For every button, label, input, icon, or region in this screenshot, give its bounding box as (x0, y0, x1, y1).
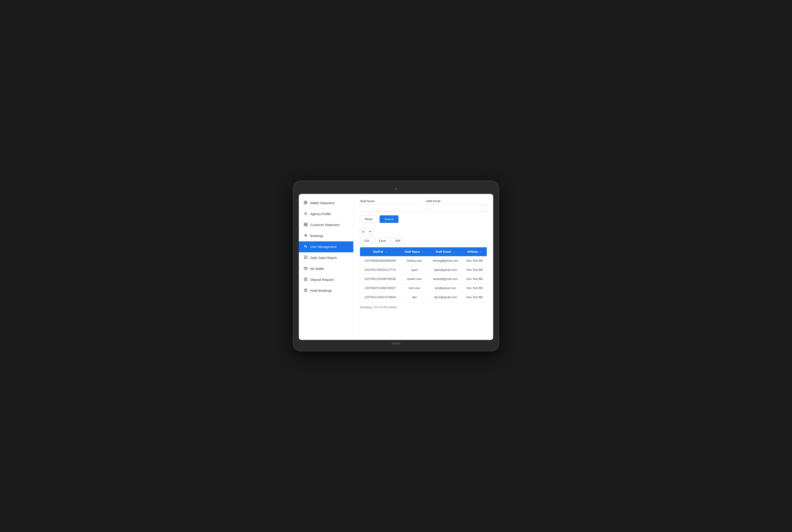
col-staff_name[interactable]: Staff Name ↑↓ (401, 247, 429, 256)
agency-profile-icon (303, 212, 308, 216)
svg-point-1 (305, 212, 306, 214)
wallet-statement-icon (303, 201, 308, 205)
per-page-select-wrap: 5102550100 (360, 228, 373, 235)
per-page-select[interactable]: 5102550100 (360, 228, 373, 235)
cell-affiliate-1: Dev Test BB (462, 265, 487, 274)
sort-icon-staff_email: ↑↓ (453, 250, 455, 253)
table-header-row: Staff Id ↑↓Staff Name ↑↓Staff Email ↑↓Af… (360, 247, 487, 256)
col-affiliate[interactable]: Affiliate ↑↓ (462, 247, 487, 256)
hotel-bookings-icon (303, 288, 308, 293)
svg-rect-2 (304, 223, 306, 224)
customer-statement-icon (303, 223, 308, 227)
table-row: 2207051159207579694abcabc2@gmail.comDev … (360, 293, 487, 302)
data-table: Staff Id ↑↓Staff Name ↑↓Staff Email ↑↓Af… (360, 247, 487, 302)
sidebar-item-bookings[interactable]: Bookings (299, 230, 353, 241)
sidebar-item-agency-profile[interactable]: Agency Profile (299, 209, 353, 220)
cell-staff_id-0: 2207060823549468298 (360, 256, 401, 265)
cell-staff_name-4: abc (401, 293, 429, 302)
bookings-icon (303, 234, 308, 238)
cell-staff_id-2: 2207061103198799166 (360, 274, 401, 284)
svg-rect-4 (304, 225, 306, 226)
cell-staff_email-2: tested@gmail.com (428, 274, 462, 284)
svg-point-6 (305, 245, 306, 246)
staff-name-input[interactable] (360, 204, 421, 212)
search-form-row: Staff Name Staff Email (360, 200, 487, 212)
sidebar-item-label-hotel-bookings: Hotel Bookings (310, 289, 332, 292)
cell-staff_name-1: ayan (401, 265, 429, 274)
sidebar-item-label-customer-statement: Customer Statement (310, 223, 340, 227)
sidebar-item-hotel-bookings[interactable]: Hotel Bookings (299, 285, 353, 296)
sidebar-item-wallet-statement[interactable]: Wallet Statement (299, 197, 353, 209)
cell-staff_id-1: 2207051156232117772 (360, 265, 401, 274)
screen: Wallet StatementAgency ProfileCustomer S… (299, 194, 493, 340)
svg-rect-5 (306, 225, 307, 226)
export-excel-button[interactable]: Excel (375, 238, 390, 244)
staff-name-label: Staff Name (360, 200, 421, 203)
staff-email-group: Staff Email (426, 200, 487, 212)
export-buttons-row: CSVExcelPDF (360, 238, 487, 244)
staff-name-group: Staff Name (360, 200, 421, 212)
table-row: 2207061103198799166tested usertested@gma… (360, 274, 487, 284)
main-content: Staff Name Staff Email Reset Search 5102… (353, 194, 493, 340)
cell-staff_email-0: testing@gmail.com (428, 256, 462, 265)
reset-button[interactable]: Reset (360, 215, 377, 223)
export-pdf-button[interactable]: PDF (391, 238, 405, 244)
sidebar-item-deposit-request[interactable]: Deposit Request (299, 274, 353, 285)
svg-rect-7 (304, 256, 307, 259)
cell-staff_id-4: 2207051159207579694 (360, 293, 401, 302)
sidebar-item-label-bookings: Bookings (310, 234, 324, 238)
sort-icon-staff_name: ↑↓ (422, 250, 424, 253)
col-staff_email[interactable]: Staff Email ↑↓ (428, 247, 462, 256)
sidebar-item-label-daily-sales-report: Daily Sales Report (310, 256, 337, 260)
sidebar-item-label-wallet-statement: Wallet Statement (310, 201, 334, 205)
cell-staff_id-3: 2207060751066158027 (360, 284, 401, 293)
cell-staff_email-3: test@gmail.com (428, 284, 462, 293)
btn-row: Reset Search (360, 215, 487, 223)
export-csv-button[interactable]: CSV (360, 238, 373, 244)
sidebar-item-label-deposit-request: Deposit Request (310, 278, 334, 282)
deposit-request-icon (303, 278, 308, 282)
my-wallet-icon (303, 266, 308, 271)
sidebar-item-daily-sales-report[interactable]: Daily Sales Report (299, 252, 353, 263)
table-head: Staff Id ↑↓Staff Name ↑↓Staff Email ↑↓Af… (360, 247, 487, 256)
svg-point-9 (306, 268, 307, 269)
device-camera (394, 188, 398, 190)
sidebar-item-label-agency-profile: Agency Profile (310, 212, 331, 216)
pagination-info: Showing 1 to 5 of 63 entries (360, 305, 487, 309)
sidebar-item-label-user-management: User Management (310, 245, 336, 249)
sidebar-item-user-management[interactable]: User Management (299, 241, 353, 252)
device-home-button (391, 343, 401, 344)
cell-staff_email-1: ayan@gmail.com (428, 265, 462, 274)
table-row: 2207051156232117772ayanayan@gmail.comDev… (360, 265, 487, 274)
sort-icon-staff_id: ↑↓ (385, 250, 387, 253)
cell-affiliate-4: Dev Test BB (462, 293, 487, 302)
sidebar-item-my-wallet[interactable]: My Wallet (299, 263, 353, 274)
cell-affiliate-3: Dev Test BB (462, 284, 487, 293)
col-staff_id[interactable]: Staff Id ↑↓ (360, 247, 401, 256)
sidebar-item-label-my-wallet: My Wallet (310, 267, 324, 270)
table-row: 2207060751066158027test usertest@gmail.c… (360, 284, 487, 293)
table-row: 2207060823549468298testing usertesting@g… (360, 256, 487, 265)
cell-staff_name-3: test user (401, 284, 429, 293)
cell-affiliate-0: Dev Test BB (462, 256, 487, 265)
device-frame: Wallet StatementAgency ProfileCustomer S… (293, 181, 499, 351)
svg-rect-3 (306, 223, 307, 224)
table-body: 2207060823549468298testing usertesting@g… (360, 256, 487, 302)
staff-email-label: Staff Email (426, 200, 487, 203)
staff-email-input[interactable] (426, 204, 487, 212)
sort-icon-affiliate: ↑↓ (480, 250, 482, 253)
table-controls: 5102550100 (360, 228, 487, 235)
cell-staff_name-2: tested user (401, 274, 429, 284)
cell-staff_email-4: abc2@gmail.com (428, 293, 462, 302)
cell-affiliate-2: Dev Test BB (462, 274, 487, 284)
search-button[interactable]: Search (380, 215, 399, 223)
svg-rect-8 (304, 267, 307, 269)
daily-sales-report-icon (303, 255, 308, 260)
cell-staff_name-0: testing user (401, 256, 429, 265)
user-management-icon (303, 245, 308, 249)
sidebar-item-customer-statement[interactable]: Customer Statement (299, 220, 353, 230)
sidebar: Wallet StatementAgency ProfileCustomer S… (299, 194, 353, 340)
